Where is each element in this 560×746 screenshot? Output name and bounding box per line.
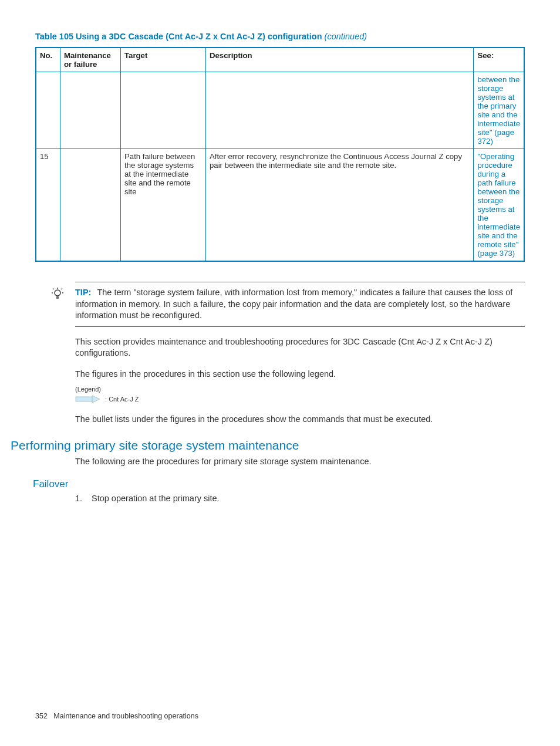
cell-no xyxy=(36,72,60,149)
table-row: 15 Path failure between the storage syst… xyxy=(36,149,524,262)
cell-no: 15 xyxy=(36,149,60,262)
cell-desc: After error recovery, resynchronize the … xyxy=(206,149,474,262)
th-target: Target xyxy=(121,48,206,72)
page-number: 352 xyxy=(35,712,48,720)
tip-text: TIP:The term "storage system failure, wi… xyxy=(75,287,525,322)
caption-prefix: Table 105 Using a 3DC Cascade (Cnt Ac-J … xyxy=(35,32,322,41)
table-caption: Table 105 Using a 3DC Cascade (Cnt Ac-J … xyxy=(35,32,525,41)
th-no: No. xyxy=(36,48,60,72)
footer-title: Maintenance and troubleshooting operatio… xyxy=(53,712,198,720)
table-header-row: No. Maintenance or failure Target Descri… xyxy=(36,48,524,72)
th-maintenance: Maintenance or failure xyxy=(60,48,121,72)
svg-point-0 xyxy=(55,290,60,296)
list-number: 1. xyxy=(75,494,92,503)
paragraph: The figures in the procedures in this se… xyxy=(75,369,525,380)
tip-body: The term "storage system failure, with i… xyxy=(75,288,512,320)
divider xyxy=(75,282,525,282)
svg-marker-9 xyxy=(92,396,100,403)
cell-maint xyxy=(60,149,121,262)
table-row: between the storage systems at the prima… xyxy=(36,72,524,149)
cell-see-link[interactable]: "Operating procedure during a path failu… xyxy=(474,149,524,262)
caption-suffix: (continued) xyxy=(325,32,367,41)
svg-line-7 xyxy=(62,289,63,290)
tip-block: TIP:The term "storage system failure, wi… xyxy=(75,282,525,327)
legend-item-label: : Cnt Ac-J Z xyxy=(105,396,139,403)
cell-maint xyxy=(60,72,121,149)
divider xyxy=(75,326,525,327)
heading-level-2: Performing primary site storage system m… xyxy=(11,438,525,453)
cell-desc xyxy=(206,72,474,149)
svg-rect-8 xyxy=(76,397,92,401)
lightbulb-icon xyxy=(50,287,75,303)
paragraph: The following are the procedures for pri… xyxy=(75,456,525,468)
th-see: See: xyxy=(474,48,524,72)
cell-target: Path failure between the storage systems… xyxy=(121,149,206,262)
config-table: No. Maintenance or failure Target Descri… xyxy=(35,47,525,262)
paragraph: This section provides maintenance and tr… xyxy=(75,336,525,359)
page-footer: 352 Maintenance and troubleshooting oper… xyxy=(35,712,198,720)
ordered-list: 1.Stop operation at the primary site. xyxy=(75,494,525,503)
arrow-icon xyxy=(75,395,101,404)
tip-label: TIP: xyxy=(75,288,91,297)
th-description: Description xyxy=(206,48,474,72)
cell-see-link[interactable]: between the storage systems at the prima… xyxy=(474,72,524,149)
list-item-text: Stop operation at the primary site. xyxy=(92,494,220,503)
heading-level-3: Failover xyxy=(33,478,525,490)
legend-block: (Legend) : Cnt Ac-J Z xyxy=(75,386,525,404)
paragraph: The bullet lists under the figures in th… xyxy=(75,414,525,426)
legend-title: (Legend) xyxy=(75,386,525,393)
cell-target xyxy=(121,72,206,149)
svg-line-6 xyxy=(53,289,54,290)
